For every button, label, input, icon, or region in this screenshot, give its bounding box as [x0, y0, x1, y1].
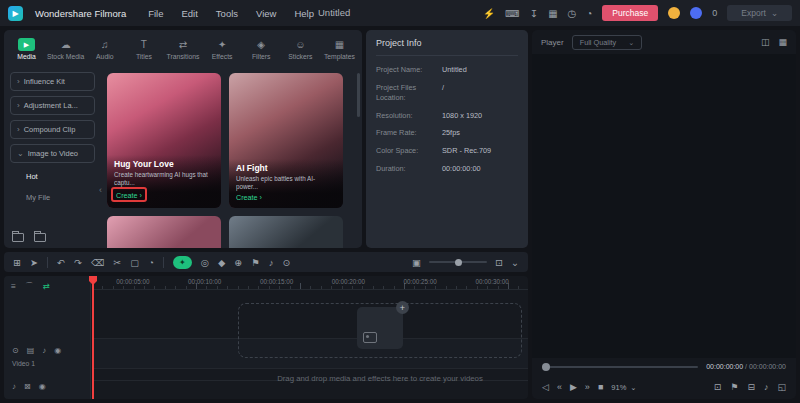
timeline-track-area[interactable]: 00:00:05:00 00:00:10:00 00:00:15:00 00:0…: [92, 276, 528, 399]
tab-stickers[interactable]: ☺ Stickers: [281, 38, 320, 60]
delete-icon[interactable]: ⌫: [91, 257, 104, 268]
create-link[interactable]: Create ›: [116, 191, 142, 200]
auto-ripple-icon[interactable]: ⇄: [42, 281, 49, 293]
voiceover-icon[interactable]: ♪: [269, 257, 274, 268]
compare-view-icon[interactable]: ◫: [761, 37, 770, 47]
promotion-icon[interactable]: ⚡: [483, 8, 495, 19]
menu-bar: File Edit Tools View Help: [148, 8, 314, 19]
media-drop-zone[interactable]: +: [238, 303, 522, 358]
crop-icon[interactable]: ▢: [130, 257, 139, 268]
play-button[interactable]: ▶: [570, 382, 577, 392]
folder-icon[interactable]: ▤: [27, 346, 35, 355]
chroma-key-icon[interactable]: ⊕: [234, 257, 242, 268]
toolbar-caret-icon[interactable]: ⌄: [511, 257, 519, 268]
tab-effects[interactable]: ✦ Effects: [203, 38, 242, 60]
sidebar-item-my-file[interactable]: My File: [10, 189, 95, 205]
menu-edit[interactable]: Edit: [181, 8, 197, 19]
stop-button[interactable]: ■: [598, 382, 603, 392]
speed-ramping-icon[interactable]: ◔: [148, 257, 154, 268]
camera-icon[interactable]: ⊙: [12, 346, 19, 355]
menu-file[interactable]: File: [148, 8, 163, 19]
tab-filters[interactable]: ◈ Filters: [242, 38, 281, 60]
keyboard-shortcut-icon[interactable]: ⌨: [505, 8, 519, 19]
menu-help[interactable]: Help: [294, 8, 314, 19]
field-project-files-location: Project Files Location: /: [376, 83, 518, 103]
sidebar-item-influence-kit[interactable]: › Influence Kit: [10, 72, 95, 91]
mute-track-icon[interactable]: ♪: [42, 346, 46, 355]
quality-dropdown[interactable]: Full Quality ⌄: [572, 35, 643, 50]
tab-stock-label: Stock Media: [47, 53, 84, 60]
sidebar-item-compound-clip[interactable]: › Compound Clip: [10, 120, 95, 139]
card-ai-fight[interactable]: AI Fight Unleash epic battles with AI-po…: [229, 73, 343, 208]
folder-add-icon[interactable]: [34, 233, 46, 242]
points-coin-yellow-icon[interactable]: [668, 7, 680, 19]
tab-templates[interactable]: ▦ Templates: [320, 38, 359, 60]
redo-icon[interactable]: ↷: [74, 257, 82, 268]
sidebar-item-adjustment-layer[interactable]: › Adjustment La...: [10, 96, 95, 115]
video-preview-area[interactable]: [532, 54, 796, 358]
keyframe-icon[interactable]: ◆: [218, 257, 225, 268]
sidebar-item-image-to-video[interactable]: ⌄ Image to Video: [10, 144, 95, 163]
field-label: Color Space:: [376, 146, 442, 156]
eye-icon[interactable]: ◉: [39, 382, 46, 391]
tab-titles-label: Titles: [136, 53, 152, 60]
screen-record-icon[interactable]: ⊙: [283, 257, 291, 268]
manage-tracks-icon[interactable]: ≡: [11, 281, 16, 293]
split-icon[interactable]: ✂: [113, 257, 121, 268]
lock-icon[interactable]: ⊠: [24, 382, 31, 391]
layout-icon[interactable]: ▦: [548, 8, 557, 19]
mark-icon[interactable]: ⚑: [730, 382, 738, 392]
sound-icon[interactable]: ♪: [764, 382, 769, 392]
export-button[interactable]: Export ⌄: [727, 5, 792, 21]
card-thumbnail-partial[interactable]: [107, 216, 221, 248]
media-layout-icon[interactable]: ⊞: [13, 257, 21, 268]
preview-zoom-dropdown[interactable]: 91% ⌄: [611, 383, 636, 392]
mask-icon[interactable]: ◎: [201, 257, 209, 268]
create-link[interactable]: Create ›: [236, 193, 262, 202]
tab-transitions[interactable]: ⇄ Transitions: [163, 38, 202, 60]
card-hug-your-love[interactable]: Hug Your Love Create heartwarming AI hug…: [107, 73, 221, 208]
marker-icon[interactable]: ⚑: [251, 257, 260, 268]
points-coin-blue-icon[interactable]: [690, 7, 702, 19]
playhead[interactable]: [92, 276, 94, 399]
purchase-button[interactable]: Purchase: [602, 5, 658, 21]
notification-bell-icon[interactable]: ◔: [586, 8, 592, 19]
zoom-slider-handle[interactable]: [455, 259, 462, 266]
grid-view-icon[interactable]: ▦: [778, 37, 787, 47]
history-icon[interactable]: ◷: [568, 8, 577, 19]
mute-track-icon[interactable]: ♪: [12, 382, 16, 391]
media-placeholder[interactable]: +: [357, 307, 403, 349]
card-thumbnail-partial[interactable]: [229, 216, 343, 248]
ai-tools-button[interactable]: ✦: [173, 256, 192, 269]
snapshot-icon[interactable]: ⊡: [714, 382, 722, 392]
add-media-icon[interactable]: +: [396, 301, 409, 314]
field-resolution: Resolution: 1080 x 1920: [376, 111, 518, 121]
tab-media[interactable]: ▶ Media: [7, 38, 46, 60]
top-menu-bar: ▶ Wondershare Filmora File Edit Tools Vi…: [0, 0, 800, 26]
download-icon[interactable]: ↧: [530, 8, 538, 19]
tab-audio[interactable]: ♫ Audio: [85, 38, 124, 60]
menu-view[interactable]: View: [256, 8, 276, 19]
zoom-to-fit-icon[interactable]: ⊡: [495, 257, 503, 268]
tab-titles[interactable]: T Titles: [124, 38, 163, 60]
volume-icon[interactable]: ◁: [542, 382, 549, 392]
eye-icon[interactable]: ◉: [54, 346, 61, 355]
select-tool-icon[interactable]: ➤: [30, 257, 38, 268]
sidebar-item-hot[interactable]: Hot: [10, 168, 95, 184]
timeline-zoom-slider[interactable]: [429, 261, 487, 263]
fullscreen-icon[interactable]: ◱: [777, 382, 786, 392]
snap-icon[interactable]: ⌒: [25, 281, 34, 293]
previous-frame-button[interactable]: «: [557, 382, 562, 392]
progress-handle[interactable]: [542, 363, 550, 371]
tab-stock-media[interactable]: ☁ Stock Media: [46, 38, 85, 60]
folder-icon[interactable]: [12, 233, 24, 242]
next-frame-button[interactable]: »: [585, 382, 590, 392]
export-label: Export: [741, 8, 766, 18]
timeline-ruler[interactable]: 00:00:05:00 00:00:10:00 00:00:15:00 00:0…: [92, 276, 528, 290]
undo-icon[interactable]: ↶: [57, 257, 65, 268]
playback-progress-slider[interactable]: [542, 366, 698, 368]
menu-tools[interactable]: Tools: [216, 8, 238, 19]
render-preview-icon[interactable]: ▣: [412, 257, 421, 268]
display-settings-icon[interactable]: ⊟: [747, 382, 755, 392]
media-scrollbar[interactable]: [357, 73, 360, 117]
